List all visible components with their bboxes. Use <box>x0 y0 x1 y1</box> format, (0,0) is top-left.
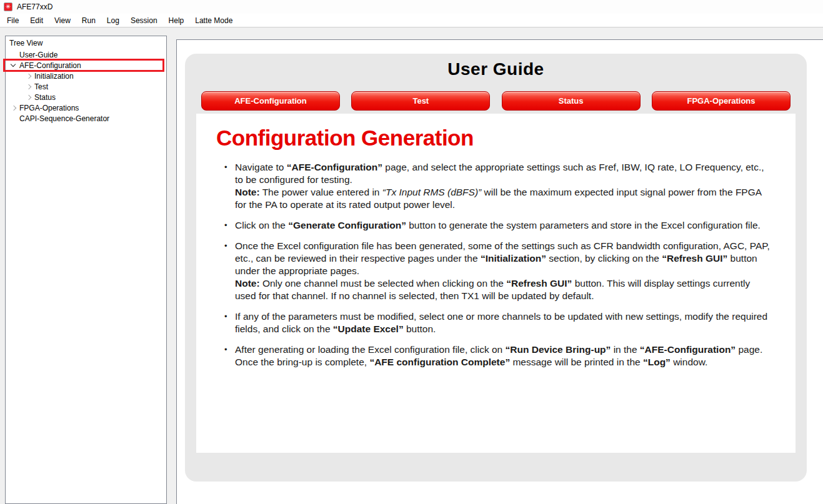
menu-item-edit[interactable]: Edit <box>24 14 49 27</box>
menu-item-latte-mode[interactable]: Latte Mode <box>189 14 238 27</box>
tree-item-label: User-Guide <box>19 51 57 59</box>
tree-view-title: Tree View <box>9 39 42 47</box>
tree-item-user-guide[interactable]: User-Guide <box>6 49 166 60</box>
section-title: Configuration Generation <box>216 126 796 151</box>
menu-item-session[interactable]: Session <box>125 14 163 27</box>
chevron-down-icon[interactable] <box>10 62 19 68</box>
bullet-item: Navigate to “AFE-Configuration” page, an… <box>235 161 771 211</box>
menu-item-file[interactable]: File <box>1 14 24 27</box>
tree-item-fpga-operations[interactable]: FPGA-Operations <box>6 102 166 113</box>
nav-button-afe-configuration[interactable]: AFE-Configuration <box>201 91 340 111</box>
menu-bar: FileEditViewRunLogSessionHelpLatte Mode <box>0 14 823 27</box>
nav-button-fpga-operations[interactable]: FPGA-Operations <box>652 91 791 111</box>
bullet-list: Navigate to “AFE-Configuration” page, an… <box>235 161 771 368</box>
guide-content: Configuration Generation Navigate to “AF… <box>196 114 796 453</box>
menu-item-run[interactable]: Run <box>76 14 101 27</box>
main-panel: User Guide AFE-ConfigurationTestStatusFP… <box>176 39 823 504</box>
chevron-right-icon[interactable] <box>25 85 34 89</box>
tree-item-test[interactable]: Test <box>6 81 166 92</box>
bullet-item: Click on the “Generate Configuration” bu… <box>235 219 771 232</box>
chevron-right-icon[interactable] <box>25 96 34 99</box>
bullet-item: Once the Excel configuration file has be… <box>235 240 771 302</box>
chevron-right-icon[interactable] <box>10 106 19 110</box>
tree-item-afe-configuration[interactable]: AFE-Configuration <box>6 60 166 71</box>
app-icon: ✳ <box>4 2 12 11</box>
tree-item-initialization[interactable]: Initialization <box>6 71 166 81</box>
nav-button-row: AFE-ConfigurationTestStatusFPGA-Operatio… <box>185 91 807 111</box>
nav-button-status[interactable]: Status <box>502 91 641 111</box>
page-title: User Guide <box>185 59 807 79</box>
title-bar: ✳ AFE77xxD <box>0 0 823 14</box>
window-title: AFE77xxD <box>17 2 52 11</box>
user-guide-panel: User Guide AFE-ConfigurationTestStatusFP… <box>185 54 807 482</box>
chevron-right-icon[interactable] <box>25 74 34 78</box>
tree-item-label: Status <box>34 93 56 102</box>
tree-item-label: FPGA-Operations <box>19 104 79 112</box>
menu-item-view[interactable]: View <box>49 14 76 27</box>
tree-item-label: AFE-Configuration <box>19 61 81 70</box>
nav-button-test[interactable]: Test <box>351 91 490 111</box>
menu-item-help[interactable]: Help <box>163 14 190 27</box>
tree-item-status[interactable]: Status <box>6 92 166 102</box>
tree-item-capi-sequence-generator[interactable]: CAPI-Sequence-Generator <box>6 113 166 124</box>
tree-view-panel: Tree View User-GuideAFE-ConfigurationIni… <box>5 36 167 504</box>
bullet-item: If any of the parameters must be modifie… <box>235 310 771 335</box>
menu-item-log[interactable]: Log <box>101 14 125 27</box>
tree-list: User-GuideAFE-ConfigurationInitializatio… <box>6 49 166 124</box>
tree-item-label: Test <box>34 82 48 91</box>
tree-item-label: Initialization <box>34 72 74 81</box>
tree-item-label: CAPI-Sequence-Generator <box>19 114 109 123</box>
bullet-item: After generating or loading the Excel co… <box>235 343 771 368</box>
